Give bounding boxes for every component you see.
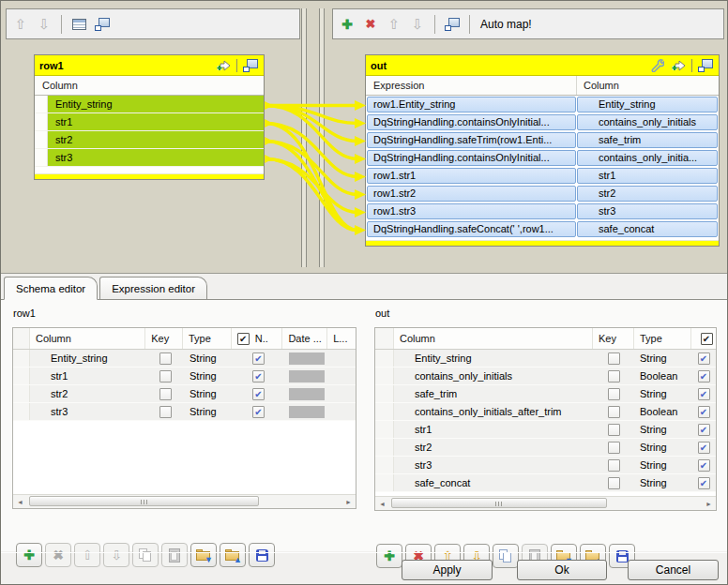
apply-button[interactable]: Apply: [402, 560, 493, 580]
type-cell[interactable]: String: [634, 439, 691, 456]
nullable-header[interactable]: ✔: [691, 328, 716, 349]
output-row[interactable]: DqStringHandling.safeTrim(row1.Enti...sa…: [366, 131, 719, 149]
input-column-cell[interactable]: str1: [48, 113, 264, 130]
save-schema-button[interactable]: [249, 543, 275, 567]
date-header[interactable]: Date ...: [282, 328, 327, 349]
add-expression-filter-icon[interactable]: [215, 57, 232, 74]
column-header[interactable]: Column: [30, 328, 145, 349]
nullable-checkbox[interactable]: ✔: [698, 388, 710, 400]
type-cell[interactable]: String: [184, 385, 233, 402]
copy-button[interactable]: [493, 544, 519, 568]
minimize-restore-icon[interactable]: [444, 16, 461, 33]
column-name-cell[interactable]: str2: [30, 385, 146, 402]
nullable-checkbox-cell[interactable]: ✔: [691, 350, 716, 367]
add-column-button[interactable]: ✚: [376, 544, 402, 568]
column-name-cell[interactable]: str1: [30, 368, 146, 384]
type-cell[interactable]: String: [634, 385, 691, 402]
column-name-cell[interactable]: Entity_string: [30, 350, 146, 367]
type-cell[interactable]: String: [634, 421, 691, 438]
cancel-button[interactable]: Cancel: [628, 560, 719, 580]
column-cell[interactable]: str3: [577, 203, 718, 219]
nullable-checkbox[interactable]: ✔: [252, 352, 265, 365]
column-cell[interactable]: contains_only_initials: [577, 114, 718, 130]
input-column-cell[interactable]: str2: [48, 131, 264, 148]
column-cell[interactable]: str2: [577, 186, 718, 202]
scroll-thumb[interactable]: [29, 496, 259, 506]
schema-row[interactable]: safe_concat✔String✔: [375, 474, 716, 492]
key-checkbox[interactable]: ✔: [159, 388, 172, 400]
nullable-checkbox[interactable]: ✔: [252, 388, 265, 400]
nullable-select-all-checkbox[interactable]: ✔: [701, 333, 713, 345]
minimize-table-icon[interactable]: [242, 57, 259, 74]
column-cell[interactable]: safe_concat: [577, 221, 718, 237]
import-schema-button[interactable]: ▲: [220, 543, 246, 567]
key-checkbox-cell[interactable]: ✔: [593, 368, 634, 384]
key-checkbox[interactable]: ✔: [608, 352, 620, 365]
key-checkbox-cell[interactable]: ✔: [593, 385, 634, 402]
column-name-cell[interactable]: safe_trim: [394, 385, 593, 402]
move-down-icon[interactable]: ⇩: [36, 16, 53, 33]
output-row[interactable]: DqStringHandling.safeConcat(' ',row1...s…: [366, 220, 719, 238]
key-checkbox[interactable]: ✔: [608, 442, 620, 454]
paste-button[interactable]: [161, 543, 188, 567]
ok-button[interactable]: Ok: [517, 560, 607, 580]
scroll-left-arrow[interactable]: ◄: [13, 495, 27, 508]
schema-row[interactable]: contains_only_initials_after_trim✔Boolea…: [375, 403, 716, 421]
scroll-left-arrow[interactable]: ◄: [375, 497, 389, 510]
column-cell[interactable]: contains_only_initia...: [577, 150, 718, 166]
scroll-right-arrow[interactable]: ►: [702, 497, 716, 510]
nullable-checkbox-cell[interactable]: ✔: [233, 403, 284, 420]
table-view-icon[interactable]: [70, 16, 87, 33]
nullable-checkbox[interactable]: ✔: [698, 370, 710, 382]
nullable-checkbox-cell[interactable]: ✔: [691, 439, 716, 456]
nullable-checkbox[interactable]: ✔: [698, 459, 710, 472]
move-up-icon[interactable]: ⇧: [12, 16, 29, 33]
nullable-checkbox[interactable]: ✔: [252, 406, 265, 418]
move-up-button[interactable]: ⇧: [74, 543, 100, 567]
column-name-cell[interactable]: str2: [394, 439, 593, 456]
key-header[interactable]: Key: [145, 328, 183, 349]
input-row[interactable]: Entity_string: [35, 96, 264, 113]
add-expression-filter-icon[interactable]: [670, 57, 687, 74]
expression-cell[interactable]: row1.str2: [367, 186, 576, 202]
output-row[interactable]: DqStringHandling.containsOnlyInitial...c…: [366, 149, 719, 167]
nullable-checkbox[interactable]: ✔: [698, 352, 710, 365]
column-cell[interactable]: safe_trim: [577, 132, 718, 148]
key-header[interactable]: Key: [593, 328, 634, 349]
input-row[interactable]: str3: [35, 149, 264, 167]
schema-row[interactable]: Entity_string✔String✔: [375, 350, 716, 368]
output-row[interactable]: row1.str2str2: [366, 185, 719, 202]
schema-row[interactable]: contains_only_initials✔Boolean✔: [375, 368, 716, 385]
schema-row[interactable]: str3✔String✔: [375, 457, 716, 474]
move-down-icon[interactable]: ⇩: [409, 16, 426, 33]
key-checkbox-cell[interactable]: ✔: [593, 350, 634, 367]
key-checkbox[interactable]: ✔: [608, 477, 620, 489]
column-name-cell[interactable]: str3: [30, 403, 146, 420]
remove-column-button[interactable]: ✖: [45, 543, 71, 567]
copy-button[interactable]: [132, 543, 159, 567]
nullable-checkbox-cell[interactable]: ✔: [691, 421, 716, 438]
key-checkbox-cell[interactable]: ✔: [593, 457, 634, 473]
nullable-checkbox-cell[interactable]: ✔: [233, 350, 284, 367]
tab-schema-editor[interactable]: Schema editor: [4, 277, 98, 300]
scroll-track[interactable]: [389, 497, 702, 510]
type-cell[interactable]: String: [184, 403, 233, 420]
key-checkbox-cell[interactable]: ✔: [146, 368, 184, 384]
expression-cell[interactable]: DqStringHandling.containsOnlyInitial...: [367, 114, 576, 130]
schema-row[interactable]: str1✔String✔: [13, 368, 356, 385]
splitter-sash-left[interactable]: [301, 8, 307, 267]
nullable-checkbox-cell[interactable]: ✔: [691, 474, 716, 491]
minimize-table-icon[interactable]: [697, 57, 714, 74]
type-cell[interactable]: String: [634, 350, 691, 367]
output-row[interactable]: DqStringHandling.containsOnlyInitial...c…: [366, 113, 719, 131]
schema-row[interactable]: str1✔String✔: [375, 421, 716, 439]
key-checkbox[interactable]: ✔: [608, 370, 620, 382]
column-header[interactable]: Column: [394, 328, 593, 349]
type-cell[interactable]: Boolean: [634, 403, 691, 420]
schema-row[interactable]: str2✔String✔: [375, 439, 716, 457]
nullable-checkbox-cell[interactable]: ✔: [233, 385, 284, 402]
expression-cell[interactable]: row1.str3: [367, 203, 576, 219]
column-header[interactable]: Column: [576, 76, 719, 95]
key-checkbox-cell[interactable]: ✔: [593, 421, 634, 438]
add-output-icon[interactable]: ✚: [339, 16, 356, 33]
